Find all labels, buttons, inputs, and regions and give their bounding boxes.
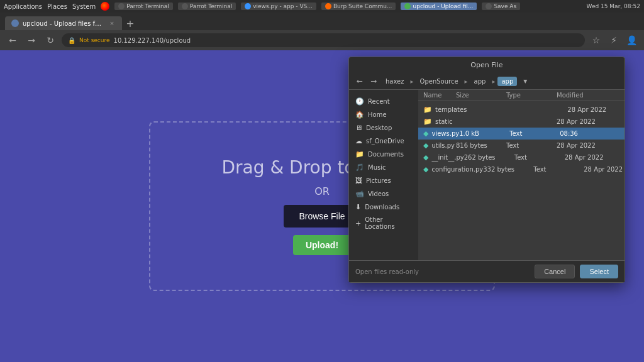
dialog-title-bar: Open File <box>349 57 625 73</box>
path-forward-button[interactable]: → <box>368 75 379 87</box>
sidebar-item-videos-label: Videos <box>368 190 389 197</box>
python-file-icon: ◆ <box>423 153 428 162</box>
sidebar-item-music-label: Music <box>368 164 386 171</box>
sidebar-item-onedrive-label: sf_OneDrive <box>366 138 404 145</box>
file-row-configuration-py[interactable]: ◆ configuration.py 332 bytes Text 28 Apr… <box>418 163 625 175</box>
downloads-icon: ⬇ <box>355 203 361 211</box>
col-size: Size <box>456 92 506 99</box>
col-name: Name <box>423 92 456 99</box>
system-menu[interactable]: System <box>72 3 96 10</box>
file-list-header: Name Size Type Modified <box>418 90 625 101</box>
file-size: 1.0 kB <box>459 130 509 137</box>
col-modified: Modified <box>557 92 619 99</box>
folder-icon: 📁 <box>423 106 432 114</box>
dialog-select-button[interactable]: Select <box>580 265 618 278</box>
other-locations-icon: + <box>355 219 361 228</box>
sidebar-item-recent-label: Recent <box>368 98 390 105</box>
sidebar-item-pictures-label: Pictures <box>366 177 391 184</box>
file-type: Text <box>509 130 560 137</box>
taskbar-item-terminal2[interactable]: Parrot Terminal <box>178 3 236 10</box>
file-modified: 28 Apr 2022 <box>565 154 625 161</box>
extensions-button[interactable]: ⚡ <box>606 33 621 48</box>
file-type: Text <box>533 166 584 173</box>
path-back-button[interactable]: ← <box>354 75 365 87</box>
address-bar[interactable]: 🔒 Not secure 10.129.227.140/upcloud <box>62 33 585 47</box>
sidebar-item-desktop[interactable]: 🖥 Desktop <box>349 121 418 134</box>
path-dropdown-button[interactable]: ▾ <box>519 75 531 87</box>
documents-icon: 📁 <box>355 150 364 158</box>
file-size: 816 bytes <box>456 142 506 149</box>
music-icon: 🎵 <box>355 163 364 172</box>
os-taskbar: Applications Places System Parrot Termin… <box>0 0 644 13</box>
dialog-cancel-button[interactable]: Cancel <box>535 265 575 278</box>
file-row-views-py[interactable]: ◆ views.py 1.0 kB Text 08:36 <box>418 128 625 140</box>
forward-button[interactable]: → <box>24 33 39 48</box>
file-name: configuration.py <box>431 166 483 173</box>
onedrive-icon: ☁ <box>355 137 362 145</box>
sidebar-item-documents[interactable]: 📁 Documents <box>349 148 418 161</box>
tab-close-button[interactable]: × <box>108 19 116 27</box>
desktop-icon: 🖥 <box>355 124 362 132</box>
taskbar-item-saveas[interactable]: Save As <box>482 3 520 10</box>
sidebar-item-pictures[interactable]: 🖼 Pictures <box>349 174 418 187</box>
recent-icon: 🕐 <box>355 97 364 106</box>
tab-upcloud[interactable]: upcloud - Upload files for ... × <box>5 16 122 30</box>
col-type: Type <box>506 92 557 99</box>
file-name: views.py <box>431 130 459 137</box>
nav-bar: ← → ↻ 🔒 Not secure 10.129.227.140/upclou… <box>0 30 644 50</box>
path-crumb-app-active[interactable]: app <box>497 77 517 86</box>
file-type: Text <box>514 154 565 161</box>
file-name: templates <box>435 106 467 113</box>
file-row-init-py[interactable]: ◆ __init__.py 262 bytes Text 28 Apr 2022 <box>418 151 625 163</box>
sidebar-item-music[interactable]: 🎵 Music <box>349 161 418 174</box>
sidebar-item-downloads[interactable]: ⬇ Downloads <box>349 200 418 214</box>
address-text: 10.129.227.140/upcloud <box>114 37 191 44</box>
file-row-utils-py[interactable]: ◆ utils.py 816 bytes Text 28 Apr 2022 <box>418 140 625 151</box>
folder-icon: 📁 <box>423 118 432 126</box>
dialog-sidebar: 🕐 Recent 🏠 Home 🖥 Desktop ☁ sf_OneDrive … <box>349 90 418 260</box>
python-file-icon: ◆ <box>423 129 428 138</box>
dialog-main-area: Name Size Type Modified 📁 templates 2 <box>418 90 625 260</box>
path-crumb-app[interactable]: app <box>470 77 490 86</box>
browser-chrome: upcloud - Upload files for ... × + ← → ↻… <box>0 13 644 50</box>
upload-or-label: OR <box>314 185 330 197</box>
dialog-footer: Open files read-only Cancel Select <box>349 260 625 282</box>
places-menu[interactable]: Places <box>47 3 67 10</box>
file-list: 📁 templates 28 Apr 2022 📁 static <box>418 101 625 260</box>
taskbar-item-vscode[interactable]: views.py - app - VS... <box>241 3 316 10</box>
sidebar-item-other-locations[interactable]: + Other Locations <box>349 214 418 233</box>
back-button[interactable]: ← <box>5 33 20 48</box>
bookmark-button[interactable]: ☆ <box>589 33 604 48</box>
sidebar-item-home-label: Home <box>368 111 387 118</box>
new-tab-button[interactable]: + <box>123 16 137 30</box>
nav-actions: ☆ ⚡ 👤 <box>589 33 639 48</box>
sidebar-item-videos[interactable]: 📹 Videos <box>349 187 418 200</box>
sidebar-item-onedrive[interactable]: ☁ sf_OneDrive <box>349 134 418 148</box>
tab-label: upcloud - Upload files for ... <box>23 20 104 27</box>
tab-bar: upcloud - Upload files for ... × + <box>0 13 644 30</box>
sidebar-item-recent[interactable]: 🕐 Recent <box>349 95 418 108</box>
python-file-icon: ◆ <box>423 141 428 150</box>
file-row-templates[interactable]: 📁 templates 28 Apr 2022 <box>418 104 625 116</box>
upload-button[interactable]: Upload! <box>293 235 351 255</box>
file-modified: 08:36 <box>560 130 623 137</box>
sidebar-item-home[interactable]: 🏠 Home <box>349 108 418 121</box>
profile-button[interactable]: 👤 <box>624 33 639 48</box>
home-icon: 🏠 <box>355 111 364 119</box>
file-size: 262 bytes <box>464 154 514 161</box>
dialog-body: 🕐 Recent 🏠 Home 🖥 Desktop ☁ sf_OneDrive … <box>349 90 625 260</box>
file-modified: 28 Apr 2022 <box>557 142 619 149</box>
dialog-path-bar: ← → haxez ▸ OpenSource ▸ app ▸ app ▾ <box>349 73 625 90</box>
applications-menu[interactable]: Applications <box>4 3 42 10</box>
taskbar-item-terminal1[interactable]: Parrot Terminal <box>114 3 173 10</box>
taskbar-item-upcloud[interactable]: upcloud - Upload fil... <box>401 3 477 10</box>
path-crumb-haxez[interactable]: haxez <box>382 77 408 86</box>
sidebar-item-downloads-label: Downloads <box>365 204 399 211</box>
file-modified: 28 Apr 2022 <box>567 106 625 113</box>
taskbar-item-burp[interactable]: Burp Suite Commu... <box>321 3 396 10</box>
file-modified: 28 Apr 2022 <box>584 166 625 173</box>
path-crumb-opensource[interactable]: OpenSource <box>416 77 462 86</box>
refresh-button[interactable]: ↻ <box>43 33 58 48</box>
dialog-footer-text: Open files read-only <box>355 268 419 275</box>
file-row-static[interactable]: 📁 static 28 Apr 2022 <box>418 116 625 128</box>
